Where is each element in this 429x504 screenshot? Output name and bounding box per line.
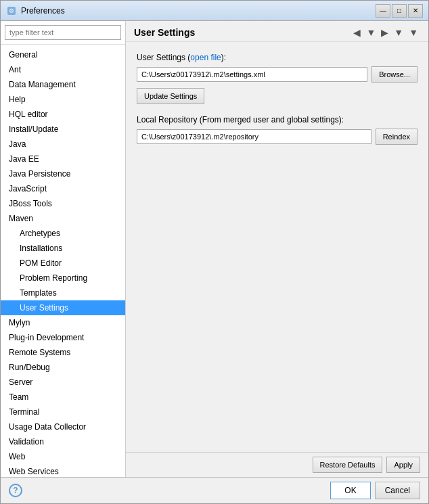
local-repo-input[interactable]	[137, 129, 371, 144]
sidebar-item-ant[interactable]: Ant	[1, 62, 125, 77]
sidebar-item-problem-reporting[interactable]: Problem Reporting	[1, 271, 125, 285]
sidebar-item-mylyn[interactable]: Mylyn	[1, 315, 125, 330]
sidebar-item-java-ee[interactable]: Java EE	[1, 152, 125, 166]
update-settings-button[interactable]: Update Settings	[137, 88, 204, 104]
sidebar-item-web-services[interactable]: Web Services	[1, 464, 125, 477]
panel-body: User Settings (open file): Browse... Upd…	[126, 42, 428, 452]
sidebar-item-validation[interactable]: Validation	[1, 434, 125, 449]
sidebar-item-java[interactable]: Java	[1, 137, 125, 152]
sidebar-item-run-debug[interactable]: Run/Debug	[1, 360, 125, 375]
sidebar-item-usage-data-collector[interactable]: Usage Data Collector	[1, 419, 125, 434]
svg-text:⚙: ⚙	[9, 7, 14, 14]
nav-menu-button[interactable]: ▼	[407, 26, 420, 39]
panel-header: User Settings ◀ ▼ ▶ ▼ ▼	[126, 21, 428, 42]
filter-input[interactable]	[5, 25, 121, 40]
sidebar-item-templates[interactable]: Templates	[1, 285, 125, 300]
user-settings-text-end: ):	[221, 53, 226, 62]
sidebar-item-server[interactable]: Server	[1, 375, 125, 390]
sidebar-item-installations[interactable]: Installations	[1, 241, 125, 256]
local-repo-label: Local Repository (From merged user and g…	[137, 115, 417, 124]
window-title: Preferences	[21, 6, 376, 16]
sidebar-item-user-settings[interactable]: User Settings	[1, 300, 125, 315]
sidebar-item-data-management[interactable]: Data Management	[1, 77, 125, 92]
title-bar: ⚙ Preferences — □ ✕	[1, 1, 428, 21]
user-settings-label: User Settings (open file):	[137, 53, 417, 62]
filter-box	[1, 21, 125, 45]
nav-back-button[interactable]: ◀	[351, 26, 363, 39]
restore-defaults-button[interactable]: Restore Defaults	[313, 457, 383, 473]
sidebar-item-java-persistence[interactable]: Java Persistence	[1, 166, 125, 181]
sidebar-item-team[interactable]: Team	[1, 390, 125, 405]
sidebar-item-archetypes[interactable]: Archetypes	[1, 226, 125, 241]
sidebar-item-javascript[interactable]: JavaScript	[1, 181, 125, 196]
window-controls: — □ ✕	[376, 4, 423, 18]
tree: GeneralAntData ManagementHelpHQL editorI…	[1, 45, 125, 477]
panel-bottom-bar: Restore Defaults Apply	[126, 452, 428, 477]
panel-title: User Settings	[134, 27, 195, 38]
sidebar-item-help[interactable]: Help	[1, 92, 125, 107]
sidebar-item-install-update[interactable]: Install/Update	[1, 122, 125, 137]
dialog-footer: ? OK Cancel	[1, 477, 428, 503]
settings-path-row: Browse...	[137, 66, 417, 83]
sidebar-item-maven[interactable]: Maven	[1, 211, 125, 226]
preferences-window: ⚙ Preferences — □ ✕ GeneralAntData Manag…	[0, 0, 429, 504]
ok-button[interactable]: OK	[330, 482, 370, 499]
sidebar-item-terminal[interactable]: Terminal	[1, 405, 125, 419]
sidebar-item-general[interactable]: General	[1, 47, 125, 62]
sidebar-item-plugin-development[interactable]: Plug-in Development	[1, 330, 125, 345]
help-button[interactable]: ?	[9, 484, 22, 497]
maximize-button[interactable]: □	[392, 4, 407, 18]
close-button[interactable]: ✕	[408, 4, 423, 18]
main-content: GeneralAntData ManagementHelpHQL editorI…	[1, 21, 428, 477]
window-icon: ⚙	[6, 5, 17, 16]
sidebar: GeneralAntData ManagementHelpHQL editorI…	[1, 21, 126, 477]
sidebar-item-hql-editor[interactable]: HQL editor	[1, 107, 125, 122]
local-repo-row: Reindex	[137, 129, 417, 145]
user-settings-text: User Settings (	[137, 53, 190, 62]
minimize-button[interactable]: —	[376, 4, 390, 18]
cancel-button[interactable]: Cancel	[375, 482, 420, 499]
nav-forward-dropdown[interactable]: ▼	[392, 26, 405, 39]
browse-button[interactable]: Browse...	[371, 66, 417, 83]
sidebar-item-web[interactable]: Web	[1, 449, 125, 464]
open-file-link[interactable]: open file	[190, 53, 221, 62]
footer-buttons: OK Cancel	[330, 482, 420, 499]
reindex-button[interactable]: Reindex	[376, 129, 417, 145]
sidebar-item-jboss-tools[interactable]: JBoss Tools	[1, 196, 125, 211]
sidebar-item-remote-systems[interactable]: Remote Systems	[1, 345, 125, 360]
apply-button[interactable]: Apply	[386, 457, 420, 473]
nav-back-dropdown[interactable]: ▼	[364, 26, 378, 39]
sidebar-item-pom-editor[interactable]: POM Editor	[1, 256, 125, 271]
settings-path-input[interactable]	[137, 67, 367, 82]
nav-buttons: ◀ ▼ ▶ ▼ ▼	[351, 26, 420, 39]
nav-forward-button[interactable]: ▶	[379, 26, 390, 39]
right-panel: User Settings ◀ ▼ ▶ ▼ ▼ User Settings (o…	[126, 21, 428, 477]
